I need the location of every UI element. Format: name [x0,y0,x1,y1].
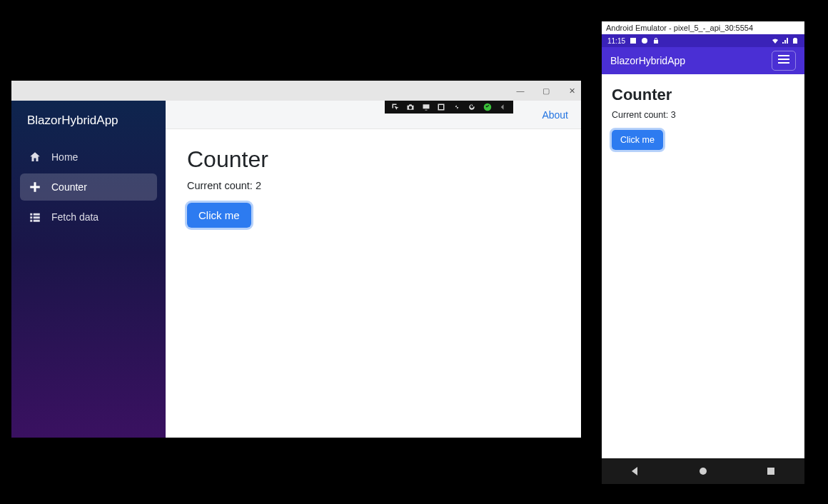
android-recents-button[interactable] [765,465,777,477]
sidebar: BlazorHybridApp Home Counter [11,101,166,438]
plus-icon [29,181,41,193]
sidebar-item-label: Home [51,151,78,163]
svg-rect-7 [767,468,774,475]
svg-point-0 [484,104,492,111]
click-me-button[interactable]: Click me [187,203,251,228]
window-titlebar: — ▢ ✕ [11,81,581,101]
emulator-window-title: Android Emulator - pixel_5_-_api_30:5554 [602,21,804,34]
window-maximize-button[interactable]: ▢ [541,86,551,96]
android-appbar: BlazorHybridApp [602,47,804,74]
android-home-button[interactable] [697,465,709,477]
window-close-button[interactable]: ✕ [567,86,577,96]
desktop-window: — ▢ ✕ BlazorHybridApp Home Counter [11,81,581,438]
android-emulator: Android Emulator - pixel_5_-_api_30:5554… [602,21,804,484]
wifi-icon [772,37,779,44]
sidebar-item-label: Fetch data [51,211,99,223]
refresh-icon[interactable] [466,102,478,112]
main-content: About Counter Current count: 2 Click me [166,101,581,438]
svg-rect-5 [778,62,789,64]
svg-rect-3 [778,55,789,56]
count-value: 2 [256,180,261,191]
about-link[interactable]: About [542,109,568,121]
android-back-button[interactable] [630,465,641,477]
status-time: 11:15 [607,37,625,45]
debug-toolbar [385,101,513,114]
lock-icon [652,37,660,44]
emulator-count-prefix: Current count: [612,110,671,120]
select-element-icon[interactable] [390,102,401,112]
sidebar-item-home[interactable]: Home [20,143,157,171]
android-nav-bar [602,458,804,484]
screen-icon[interactable] [420,102,432,112]
emulator-count-value: 3 [671,110,676,120]
collapse-icon[interactable] [497,102,508,112]
svg-rect-1 [630,38,636,44]
signal-icon [782,37,789,44]
page-heading: Counter [187,146,560,173]
window-minimize-button[interactable]: — [515,86,525,95]
appbar-title: BlazorHybridApp [610,55,685,66]
svg-point-6 [700,468,707,475]
count-prefix: Current count: [187,180,256,191]
camera-icon[interactable] [405,102,416,112]
network-icon[interactable] [451,102,463,112]
emulator-screen: 11:15 BlazorHybridApp Counter Cur [602,34,804,458]
sidebar-nav: Home Counter Fetch data [11,143,166,231]
count-line: Current count: 2 [187,180,560,191]
list-icon [29,211,41,223]
emulator-count-line: Current count: 3 [612,110,794,120]
sidebar-item-counter[interactable]: Counter [20,173,157,201]
menu-toggle-button[interactable] [772,51,796,71]
content-topbar: About [166,101,581,129]
sidebar-item-label: Counter [51,181,87,193]
hamburger-icon [778,54,789,67]
sidebar-item-fetch-data[interactable]: Fetch data [20,203,157,231]
svg-point-2 [642,38,647,44]
home-icon [29,151,41,163]
emulator-blank-area [602,161,804,458]
svg-rect-4 [778,59,789,60]
status-ok-icon[interactable] [482,102,493,112]
inspect-icon[interactable] [435,102,447,112]
emulator-counter-page: Counter Current count: 3 Click me [602,74,804,161]
battery-icon [792,37,799,44]
android-statusbar: 11:15 [602,34,804,47]
counter-page: Counter Current count: 2 Click me [166,129,581,245]
emulator-click-me-button[interactable]: Click me [612,130,663,150]
window-body: BlazorHybridApp Home Counter [11,101,581,438]
notification-icon [630,37,637,44]
debug-icon [641,37,648,44]
app-brand: BlazorHybridApp [11,104,166,143]
emulator-page-heading: Counter [612,86,794,104]
